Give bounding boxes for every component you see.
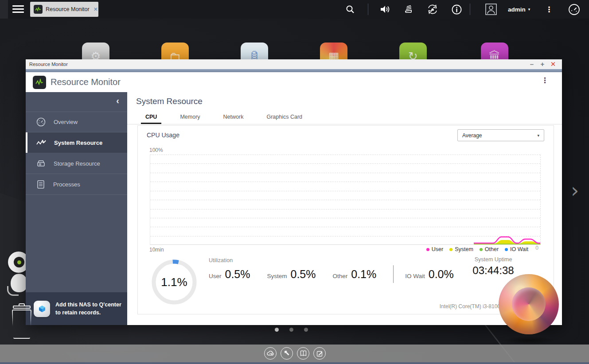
taskbar-edge [0,0,8,19]
process-list-icon [36,180,45,189]
gauge-icon [36,117,46,127]
taskbar-tab-label: Resource Monitor [46,6,90,12]
sidebar-item-label: System Resource [54,139,102,146]
chart-legend: User System Other IO Wait 0 [426,246,538,252]
dropdown-value: Average [462,132,537,139]
page-title: System Resource [136,97,203,106]
sidebar: ‹ Overview System Resource Storage Resou… [26,92,127,325]
desktop-pager [275,328,308,332]
window-title: Resource Monitor [29,62,527,67]
legend-label: User [432,246,443,252]
taskbar-tab-resource-monitor[interactable]: Resource Monitor ✕ [30,2,98,17]
uptime-label: System Uptime [464,256,523,263]
panel-title: CPU Usage [147,132,179,139]
app-title: Resource Monitor [51,77,121,87]
user-menu[interactable]: admin ▾ [508,0,530,19]
y-axis-zero-label: 0 [535,245,538,251]
resource-monitor-app-icon [34,5,43,14]
background-tasks-icon[interactable] [402,0,417,19]
qcenter-note: Add this NAS to Q'center to retain recor… [55,301,122,317]
cpu-usage-panel: CPU Usage Average ▾ 100% [137,125,554,314]
tab-memory[interactable]: Memory [178,114,202,124]
legend-dot-other [480,248,483,251]
tab-network[interactable]: Network [221,114,246,124]
qcenter-banner[interactable]: Add this NAS to Q'center to retain recor… [26,292,127,325]
sidebar-item-system-resource[interactable]: System Resource [26,132,127,153]
recycle-bin-icon[interactable] [12,306,31,339]
dashboard-icon[interactable] [566,0,582,19]
stats-divider [393,265,394,283]
utilization-stats: User0.5% System0.5% Other0.1% IO Wait0.0… [209,265,471,283]
main-menu-icon[interactable] [12,5,24,13]
caret-down-icon: ▾ [537,133,539,138]
stat-label: IO Wait [405,273,425,279]
main-content: System Resource CPU Memory Network Graph… [127,92,562,325]
resource-monitor-app-icon [33,76,46,89]
more-options-icon[interactable]: ⋮ [543,0,555,19]
pager-dot-1[interactable] [275,328,279,332]
sidebar-item-label: Overview [54,119,78,125]
tab-cpu[interactable]: CPU [143,114,159,124]
window-titlebar[interactable]: Resource Monitor – + ✕ [26,59,562,69]
info-icon[interactable] [449,0,464,19]
qcenter-cube-icon [34,301,50,317]
sidebar-collapse-icon[interactable]: ‹ [116,96,119,106]
cpu-usage-gauge: 1.1% [150,258,199,306]
cpu-usage-line-series [474,234,540,244]
feedback-compose-icon[interactable] [313,347,326,360]
stat-value: 0.5% [291,268,316,281]
app-menu-kebab-icon[interactable]: ⋮ [541,76,549,85]
window-accent-bar [26,69,562,72]
average-dropdown[interactable]: Average ▾ [457,129,544,141]
y-axis-top-label: 100% [149,147,163,153]
sidebar-item-processes[interactable]: Processes [26,174,127,195]
notifications-sync-icon[interactable] [425,0,441,19]
user-avatar-icon[interactable] [484,0,498,19]
legend-dot-system [449,248,452,251]
stat-label: System [267,273,287,279]
system-uptime: System Uptime 03:44:38 [464,256,523,277]
pager-dot-3[interactable] [304,328,308,332]
pager-dot-2[interactable] [289,328,293,332]
pulse-icon [36,138,46,147]
search-icon[interactable] [343,0,357,19]
tab-bar: CPU Memory Network Graphics Card [127,110,562,124]
maximize-icon[interactable]: + [537,60,548,69]
resource-monitor-window: Resource Monitor – + ✕ Resource Monitor … [26,59,562,325]
legend-label: IO Wait [510,246,528,252]
utilization-label: Utilization [209,257,233,263]
volume-icon[interactable] [378,0,393,19]
legend-dot-user [426,248,429,251]
close-icon[interactable]: ✕ [548,60,558,69]
app-header: Resource Monitor ⋮ [26,72,562,92]
next-desktop-arrow-icon[interactable]: › [571,178,579,203]
dock-bottom-strip [0,362,589,364]
uptime-value: 03:44:38 [464,264,523,277]
sidebar-item-label: Storage Resource [54,160,100,167]
stat-value: 0.1% [351,268,376,281]
myqnapcloud-icon[interactable] [264,347,277,360]
chart-grid [150,155,541,245]
stat-value: 0.0% [429,268,454,281]
minimize-icon[interactable]: – [527,60,537,69]
bottom-dock [0,345,589,362]
sidebar-item-storage-resource[interactable]: Storage Resource [26,153,127,174]
taskbar: Resource Monitor ✕ admin ▾ ⋮ [0,0,589,19]
decorative-swirl-logo [499,274,559,334]
taskbar-separator [368,4,368,15]
tab-close-icon[interactable]: ✕ [94,6,98,12]
help-book-icon[interactable] [297,347,309,360]
utilities-hammer-icon[interactable] [281,347,293,360]
user-name: admin [508,6,526,13]
legend-label: System [455,246,473,252]
sidebar-item-overview[interactable]: Overview [26,112,127,132]
sidebar-item-label: Processes [53,181,80,188]
x-axis-label: 10min [149,247,164,253]
taskbar-separator [470,4,470,15]
stat-value: 0.5% [225,268,250,281]
tab-graphics-card[interactable]: Graphics Card [264,114,304,124]
storage-icon [36,159,46,168]
gauge-value: 1.1% [150,258,199,306]
stat-label: User [209,273,222,279]
stat-label: Other [333,273,348,279]
